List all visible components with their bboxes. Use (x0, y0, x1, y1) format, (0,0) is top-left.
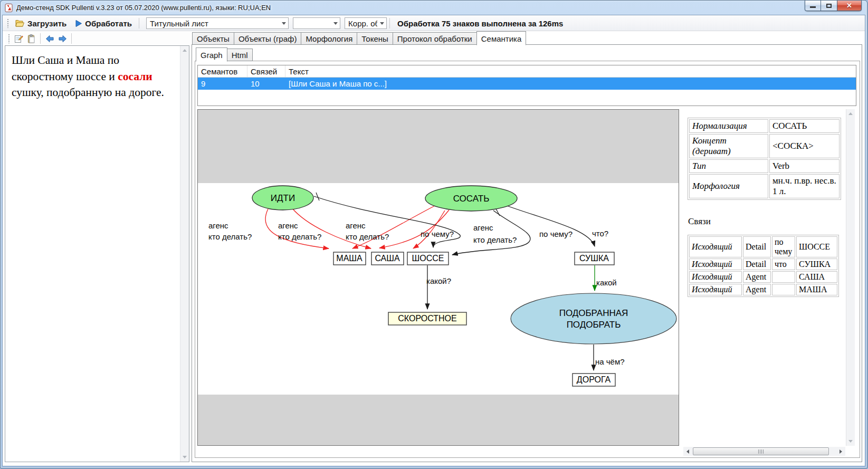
node-podobrannaya-label1: ПОДОБРАННАЯ (559, 308, 628, 318)
edge-label-pochemu-2: по чему? (539, 229, 573, 238)
titlebar[interactable]: Демо-стенд SDK Pullenti v.3.23 от 05.07.… (1, 1, 867, 15)
subtab-html[interactable]: Html (227, 49, 253, 61)
tab-objects[interactable]: Объекты (192, 32, 234, 45)
scroll-down-icon[interactable] (846, 437, 855, 446)
node-sasha-label: САША (375, 254, 400, 263)
minimize-icon (810, 6, 816, 8)
links-heading: Связи (688, 216, 711, 227)
link-question: что (772, 259, 795, 270)
edit-text-button[interactable] (12, 33, 25, 44)
load-button[interactable]: Загрузить (11, 17, 71, 30)
subtab-graph[interactable]: Graph (196, 47, 227, 62)
toolbar-separator (139, 18, 139, 28)
node-podobrannaya-label2: ПОДОБРАТЬ (567, 320, 621, 330)
toolbar-grip[interactable] (7, 18, 9, 28)
node-podobrannaya[interactable] (511, 293, 676, 344)
paste-text-button[interactable] (25, 33, 37, 44)
back-button[interactable] (43, 33, 56, 44)
node-masha-label: МАША (336, 254, 363, 263)
table-row: Исходящий Agent МАША (689, 284, 837, 295)
link-target: САША (796, 271, 837, 283)
property-value: мн.ч. п.вр. нес.в. 1 л. (769, 174, 840, 198)
property-label: Концепт (дериват) (689, 134, 768, 158)
edge-label-agent-1b: кто делать? (208, 232, 252, 241)
semantic-graph: агенс кто делать? агенс кто делать? аген… (198, 110, 679, 445)
edge-label-kakoy: какой (596, 278, 617, 287)
tab-morphology[interactable]: Морфология (301, 32, 357, 45)
node-skorostnoe-label: СКОРОСТНОЕ (398, 314, 456, 323)
toolbar-separator (389, 18, 390, 28)
node-idti-label: ИДТИ (271, 193, 295, 203)
source-text-panel[interactable]: Шли Саша и Маша по скоростному шоссе и с… (5, 45, 189, 462)
edge-label-agent-2a: агенс (278, 221, 298, 230)
semant-properties-table: Нормализация СОСАТЬ Концепт (дериват) <С… (688, 118, 841, 200)
semantics-subtabstrip: Graph Html (196, 48, 252, 61)
toolbar-separator (40, 33, 41, 44)
link-type: Agent (743, 284, 771, 295)
paste-icon (27, 34, 36, 43)
scrollbar-track[interactable] (692, 447, 836, 456)
document-combobox-value: Титульный лист (150, 19, 208, 28)
link-target: ШОССЕ (796, 236, 837, 257)
minimize-button[interactable] (805, 1, 821, 11)
cell-semants: 9 (198, 78, 247, 90)
scroll-right-icon[interactable] (836, 447, 845, 456)
link-target: СУШКА (796, 259, 837, 270)
scroll-up-icon[interactable] (846, 109, 855, 118)
maximize-button[interactable] (821, 1, 837, 11)
node-shosse-label: ШОССЕ (412, 254, 444, 263)
toolbar-separator (71, 33, 72, 44)
properties-hscrollbar[interactable] (683, 447, 845, 456)
link-type: Detail (743, 236, 771, 257)
property-label: Нормализация (689, 119, 768, 133)
source-text: Шли Саша и Маша по скоростному шоссе и с… (5, 46, 180, 462)
process-button[interactable]: Обработать (71, 17, 136, 30)
back-arrow-icon (45, 35, 54, 43)
process-button-label: Обработать (85, 19, 132, 28)
document-combobox[interactable]: Титульный лист (146, 17, 289, 29)
scrollbar-thumb[interactable] (693, 447, 829, 455)
edge-label-nachem: на чём? (595, 357, 625, 366)
property-label: Тип (689, 159, 768, 173)
correction-combobox[interactable]: Корр. объ (345, 17, 387, 29)
tab-tokens[interactable]: Токены (357, 32, 393, 45)
scroll-left-icon[interactable] (683, 447, 692, 456)
link-target: МАША (796, 284, 837, 295)
edge-label-chto: что? (592, 229, 608, 238)
tab-objects-graph[interactable]: Объекты (граф) (234, 32, 302, 45)
toolbar-grip[interactable] (8, 34, 10, 43)
tab-semantics[interactable]: Семантика (476, 31, 527, 45)
column-header-links[interactable]: Связей (247, 65, 285, 77)
table-row: Исходящий Agent САША (689, 271, 837, 283)
links-table: Исходящий Detail по чему ШОССЕ Исходящий… (688, 235, 839, 297)
maximize-icon (826, 4, 832, 8)
scroll-down-icon[interactable] (180, 453, 189, 462)
text-scrollbar[interactable] (180, 46, 189, 462)
scroll-up-icon[interactable] (180, 46, 189, 55)
semantic-graph-canvas[interactable]: агенс кто делать? агенс кто делать? аген… (197, 109, 679, 446)
link-question (772, 271, 795, 283)
property-label: Морфология (689, 174, 768, 198)
thumb-grip-icon (758, 449, 764, 454)
close-button[interactable]: ✕ (837, 1, 862, 11)
source-text-part2: сушку, подобранную на дороге. (12, 86, 164, 99)
table-row: Исходящий Detail по чему ШОССЕ (689, 236, 837, 257)
link-type: Agent (743, 271, 771, 283)
forward-button[interactable] (56, 33, 69, 44)
link-direction: Исходящий (689, 236, 742, 257)
language-combobox[interactable] (293, 17, 340, 29)
link-question: по чему (772, 236, 795, 257)
link-direction: Исходящий (689, 284, 742, 295)
column-header-semants[interactable]: Семантов (198, 65, 247, 77)
table-row: Исходящий Detail что СУШКА (689, 259, 837, 270)
property-value: Verb (769, 159, 840, 173)
link-direction: Исходящий (689, 271, 742, 283)
table-row-selected[interactable]: 9 10 [Шли Саша и Маша по с...] (198, 78, 856, 90)
tab-protocol[interactable]: Протокол обработки (393, 32, 477, 45)
edge-label-agent-1a: агенс (208, 221, 228, 230)
forward-arrow-icon (58, 35, 67, 43)
properties-vscrollbar[interactable] (846, 109, 855, 446)
edit-icon (14, 34, 23, 43)
node-sosat-label: СОСАТЬ (453, 194, 490, 204)
column-header-text[interactable]: Текст (285, 65, 856, 77)
